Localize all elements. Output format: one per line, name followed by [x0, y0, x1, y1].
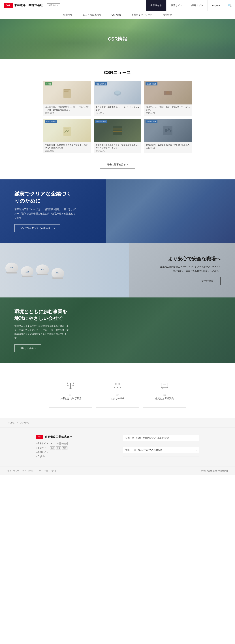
search-icon: 🔍 — [228, 4, 232, 8]
footer-sub-link-jigyosho[interactable]: 事業所 — [60, 442, 68, 446]
safety-title: より安心で安全な職場へ — [159, 256, 221, 262]
safety-btn-label: 安全の徹底 — [201, 279, 213, 282]
footer-sub-link-csr[interactable]: CSR — [54, 442, 60, 446]
news-tag-2: 社会との共生 — [95, 82, 107, 86]
footer-sub-links-jigyo: 土木 建築 舗装 — [50, 446, 67, 450]
news-card-5[interactable]: 社会との共生 中四国支社｜広島島アダプト制度に基づくボランティア活動を行いました… — [94, 118, 141, 153]
svg-rect-10 — [64, 128, 69, 129]
compliance-link-button[interactable]: コンプライアンス（企業倫理） › — [14, 224, 60, 232]
nav-item-kigyo[interactable]: 企業サイト — [146, 0, 166, 11]
environment-title: 環境とともに歩む事業を地球にやさしい会社で — [14, 308, 69, 322]
footer-inquiry-label-1: 会社・IR・CSR・事業所についてのお問合せ — [125, 436, 169, 440]
safety-link-button[interactable]: 安全の徹底 › — [196, 277, 221, 285]
footer-bottom-links: サイトマップ サイトポリシー プライバシーポリシー — [7, 470, 59, 472]
footer-inquiry-2: 技術・工法・製品についてのお問合せ › — [123, 447, 199, 456]
news-card-date-6: 2019.03.01 — [146, 147, 190, 149]
icon-card-1[interactable]: 01 人権とはたらく環境 — [49, 374, 92, 408]
footer-logo-mark: TOA — [36, 435, 43, 439]
sub-nav-contact[interactable]: お問合せ — [161, 13, 173, 16]
news-card-4[interactable]: 社会との共生 中四国支社｜広島島所 災害復旧作業により感謝状をいただきました 2… — [43, 118, 91, 153]
footer-link-jigyo[interactable]: 事業サイト 土木 建築 舗装 — [36, 446, 112, 450]
compliance-section: 誠実でクリアな企業づくりのために 東亜道路工業グループは、「倫理行動指針」に基づ… — [0, 180, 235, 243]
footer-sub-link-kenchiku[interactable]: 建築 — [56, 446, 61, 450]
news-card-date-5: 2019.03.01 — [96, 150, 140, 152]
news-card-1[interactable]: その他 名古屋支店が「愛和産業ファミリー・フレンドリー企業」に登録されました。 … — [43, 81, 91, 116]
news-card-6[interactable]: 社会との共生 北海道支社｜ニセコ町TOAカップを開催しました 2019.03.0… — [144, 118, 192, 153]
footer-policy-link[interactable]: サイトポリシー — [22, 470, 36, 472]
svg-point-16 — [168, 128, 170, 130]
news-card-desc-3: 環境アスコン「幸道、県道一野津城を行なっています。 — [146, 106, 190, 112]
svg-point-22 — [118, 383, 120, 385]
breadcrumb-home[interactable]: HOME — [8, 422, 14, 424]
icon-card-2[interactable]: 02 社会との共生 — [96, 374, 139, 408]
news-card-3[interactable]: 社会との共生 環境アスコン「幸道、県道一野津城を行なっています。 2019.03… — [144, 81, 192, 116]
chevron-right-icon: › — [215, 280, 215, 282]
footer-link-kigyo[interactable]: 企業サイト IR CSR 事業所 — [36, 442, 112, 446]
icon-card-num-3: 03 — [147, 394, 182, 396]
header-logo[interactable]: TOA 東亜道路工業株式会社 企業サイト — [3, 3, 60, 8]
environment-section: 環境とともに歩む事業を地球にやさしい会社で 環境保全（天災の予防）や省資源は企業… — [0, 298, 235, 363]
news-section-title: CSRニュース — [3, 70, 232, 76]
compliance-bg — [106, 180, 235, 243]
sub-nav-kabunushi[interactable]: 株主・投資家情報 — [81, 13, 103, 16]
news-section: CSRニュース その他 名古屋支店が「愛和産業ファミリー・フレンドリー企業」に登… — [0, 59, 235, 180]
footer-sub-link-hoso[interactable]: 舗装 — [62, 446, 67, 450]
breadcrumb-current: CSR情報 — [20, 422, 29, 424]
chevron-right-icon: › — [54, 227, 55, 230]
footer: TOA 東亜道路工業株式会社 企業サイト IR CSR 事業所 事業サイト — [0, 427, 235, 475]
footer-link-saiyo[interactable]: 採用サイト — [36, 451, 112, 454]
icon-card-label-1: 人権とはたらく環境 — [53, 397, 88, 400]
footer-inquiry-link-2[interactable]: 技術・工法・製品についてのお問合せ › — [123, 447, 199, 453]
safety-btn-wrap: 安全の徹底 › — [159, 277, 221, 285]
icon-card-num-2: 02 — [100, 394, 135, 396]
footer-logo[interactable]: TOA 東亜道路工業株式会社 — [36, 435, 112, 439]
news-card-img-5: 社会との共生 — [94, 118, 141, 142]
compliance-desc: 東亜道路工業グループは、「倫理行動指針」に基づき、グループ全体で企業倫理の確立に… — [14, 207, 76, 220]
sub-nav-network[interactable]: 事業所ネットワーク — [130, 13, 154, 16]
footer-privacy-link[interactable]: プライバシーポリシー — [39, 470, 59, 472]
news-card-2[interactable]: 社会との共生 名古屋支店「都上市役所ベコールパーミックスを受賞 2019.03.… — [94, 81, 141, 116]
news-card-desc-2: 名古屋支店「都上市役所ベコールパーミックスを受賞 — [96, 106, 140, 112]
footer-sub-link-ir[interactable]: IR — [50, 442, 53, 446]
footer-link-english[interactable]: English — [36, 455, 112, 458]
footer-inner: TOA 東亜道路工業株式会社 企業サイト IR CSR 事業所 事業サイト — [36, 435, 199, 459]
footer-sitemap-link[interactable]: サイトマップ — [7, 470, 19, 472]
compliance-title: 誠実でクリアな企業づくりのために — [14, 190, 76, 204]
more-articles-label: 過去の記事を見る — [107, 163, 126, 166]
news-tag-6: 社会との共生 — [146, 120, 157, 123]
helmet-3 — [36, 264, 49, 274]
news-card-img-4: 社会との共生 — [43, 118, 91, 142]
safety-content: より安心で安全な職場へ 建設業労働安全衛生マネージメントシステムを導入、PDCA… — [145, 245, 235, 296]
footer-logo-text: 東亜道路工業株式会社 — [45, 435, 72, 439]
svg-rect-23 — [161, 383, 168, 388]
news-card-desc-5: 中四国支社｜広島島アダプト制度に基づくボランティア活動を行いました — [96, 144, 140, 149]
svg-point-5 — [115, 90, 120, 94]
search-button[interactable]: 🔍 — [224, 0, 235, 11]
chat-icon — [147, 382, 182, 392]
svg-rect-3 — [64, 92, 68, 92]
svg-point-17 — [170, 130, 172, 132]
news-card-date-3: 2019.03.01 — [146, 112, 190, 114]
chevron-right-icon: › — [127, 163, 128, 166]
sub-nav-kigyo[interactable]: 企業情報 — [62, 13, 74, 16]
site-label: 企業サイト — [47, 4, 60, 7]
compliance-content: 誠実でクリアな企業づくりのために 東亜道路工業グループは、「倫理行動指針」に基づ… — [0, 180, 90, 243]
more-articles-button[interactable]: 過去の記事を見る › — [100, 160, 136, 168]
environment-content: 環境とともに歩む事業を地球にやさしい会社で 環境保全（天災の予防）や省資源は企業… — [0, 298, 83, 363]
chevron-right-icon: › — [35, 347, 36, 350]
nav-item-saiyo[interactable]: 採用サイト — [187, 0, 208, 11]
footer-sub-link-doboku[interactable]: 土木 — [50, 446, 55, 450]
sub-nav-csr[interactable]: CSR情報 — [110, 13, 123, 16]
nav-item-english[interactable]: English — [208, 0, 224, 11]
environment-link-button[interactable]: 環境との共生 › — [14, 344, 41, 352]
news-tag-4: 社会との共生 — [45, 120, 57, 123]
footer-right: 会社・IR・CSR・事業所についてのお問合せ › 技術・工法・製品についてのお問… — [123, 435, 199, 459]
svg-rect-1 — [64, 90, 70, 90]
footer-inquiry-1: 会社・IR・CSR・事業所についてのお問合せ › — [123, 435, 199, 444]
helmets-decoration — [5, 263, 64, 278]
nav-item-jigyo[interactable]: 事業サイト — [166, 0, 187, 11]
footer-inquiry-link-1[interactable]: 会社・IR・CSR・事業所についてのお問合せ › — [123, 435, 199, 441]
icon-card-3[interactable]: 03 品質とお客様満足 — [143, 374, 186, 408]
news-card-desc-4: 中四国支社｜広島島所 災害復旧作業により感謝状をいただきました — [45, 144, 89, 149]
footer-link-kigyo-label: 企業サイト — [37, 442, 48, 445]
